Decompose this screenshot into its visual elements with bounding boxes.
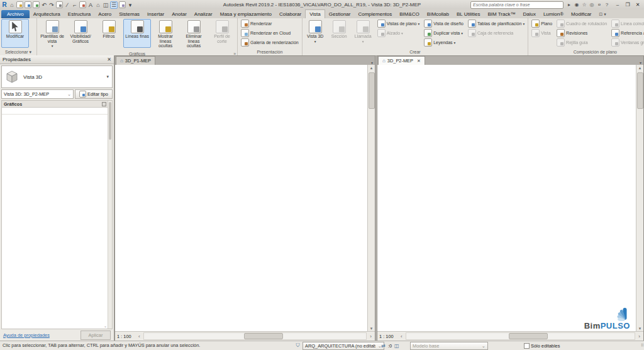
type-selector[interactable]: Vista 3D ▾ bbox=[1, 65, 113, 88]
visibilidad-gr-ficos-button[interactable]: Visibilidad/ Gráficos bbox=[67, 19, 94, 48]
plantillas-de-vista-button[interactable]: Plantillas de vista▾ bbox=[38, 19, 66, 50]
sign-in-icon[interactable]: ◎ bbox=[588, 2, 596, 8]
editable-only-checkbox[interactable] bbox=[524, 343, 530, 349]
close-hidden-windows-icon[interactable] bbox=[119, 1, 126, 8]
ribbon-tab-anotar[interactable]: Anotar bbox=[168, 10, 191, 18]
prop-section-gr-ficos[interactable]: Gráficos bbox=[2, 101, 108, 108]
design-option-dropdown[interactable]: Modelo base⌄ bbox=[410, 342, 488, 350]
renderizar-en-cloud-button[interactable]: Renderizar en Cloud bbox=[239, 28, 301, 38]
open-icon[interactable] bbox=[16, 1, 23, 8]
ribbon-tab-estructura[interactable]: Estructura bbox=[64, 10, 94, 18]
section-icon[interactable]: ◫ bbox=[103, 2, 109, 8]
editing-requests-icon[interactable]: ⇄ bbox=[380, 343, 387, 349]
scale-button[interactable]: 1 : 100 bbox=[379, 334, 398, 339]
favorites-icon[interactable]: ☆ bbox=[580, 2, 588, 8]
ribbon-tab-sistemas[interactable]: Sistemas bbox=[115, 10, 143, 18]
ribbon-tab-gestionar[interactable]: Gestionar bbox=[325, 10, 355, 18]
tablas-de-planificaci-n-button[interactable]: Tablas de planificación▾ bbox=[466, 19, 526, 28]
leyendas-button[interactable]: Leyendas▾ bbox=[422, 38, 465, 47]
home-icon[interactable]: ⌂ bbox=[9, 2, 15, 8]
galer-a-de-renderizaci-n-button[interactable]: Galería de renderización bbox=[239, 38, 301, 47]
print-icon[interactable] bbox=[56, 1, 63, 8]
worksets-icon[interactable]: ⛉ bbox=[294, 342, 301, 349]
text-icon[interactable]: A bbox=[87, 2, 94, 8]
ribbon-tab-acero[interactable]: Acero bbox=[94, 10, 115, 18]
ribbon-tab-archivo[interactable]: Archivo bbox=[1, 10, 30, 18]
collapse-icon[interactable]: ‹ bbox=[137, 334, 142, 339]
modify-panel-dropdown-icon[interactable]: ⊡ ▾ bbox=[596, 10, 610, 18]
eliminar-l-neas-ocultas-button[interactable]: Eliminar líneas ocultas bbox=[180, 19, 208, 50]
save-to-central-icon[interactable]: ◫ bbox=[393, 343, 400, 349]
vertical-scrollbar[interactable]: ▲▼ bbox=[367, 65, 375, 332]
default-3d-view-icon[interactable]: ⌂ bbox=[95, 2, 101, 8]
renderizar-button[interactable]: Renderizar bbox=[239, 19, 301, 28]
mostrar-l-neas-ocultas-button[interactable]: Mostrar líneas ocultas bbox=[152, 19, 179, 50]
scroll-right-icon[interactable]: › bbox=[369, 334, 373, 339]
duplicar-vista-button[interactable]: Duplicar vista▾ bbox=[422, 28, 465, 38]
search-toggle-icon[interactable]: ▸ bbox=[565, 2, 573, 8]
search-input[interactable] bbox=[470, 1, 564, 9]
edit-type-button[interactable]: Editar tipo bbox=[75, 89, 113, 99]
properties-scrollbar[interactable] bbox=[108, 101, 112, 329]
drawing-area[interactable] bbox=[115, 65, 368, 332]
app-store-icon[interactable]: ¤ bbox=[596, 2, 603, 8]
ribbon-tab-insertar[interactable]: Insertar bbox=[143, 10, 168, 18]
vista-de-dise-o-button[interactable]: Vista de diseño bbox=[422, 19, 465, 28]
scroll-down-icon[interactable]: ⌄ bbox=[104, 324, 107, 328]
ribbon-tab-masa-y-emplazamiento[interactable]: Masa y emplazamiento bbox=[216, 10, 275, 18]
plano-button[interactable]: Plano bbox=[530, 19, 554, 28]
sync-icon[interactable] bbox=[33, 1, 40, 8]
type-selector-dropdown-icon[interactable]: ▾ bbox=[106, 74, 109, 79]
redo-icon[interactable]: ↷ bbox=[48, 2, 55, 8]
close-properties-icon[interactable]: ✕ bbox=[107, 57, 111, 62]
aligned-dimension-icon[interactable]: ⌐ bbox=[72, 2, 78, 8]
ribbon-tab-arquitectura[interactable]: Arquitectura bbox=[30, 10, 64, 18]
ribbon-tab-modificar[interactable]: Modificar bbox=[567, 10, 595, 18]
ribbon-tab-bim-co[interactable]: BIM&CO bbox=[396, 10, 423, 18]
thin-lines-icon[interactable]: ☰ bbox=[110, 1, 118, 9]
drawing-area[interactable]: BimPULSO bbox=[377, 65, 636, 332]
scale-button[interactable]: 1 : 100 bbox=[117, 334, 136, 339]
ribbon-tab-lumion[interactable]: Lumion® bbox=[540, 10, 567, 18]
filtros-button[interactable]: Filtros bbox=[95, 19, 123, 48]
collapse-icon[interactable]: ‹ bbox=[399, 334, 404, 339]
close-view-icon[interactable]: ✕ bbox=[417, 59, 421, 64]
horizontal-scrollbar[interactable] bbox=[143, 332, 367, 340]
apply-button[interactable]: Aplicar bbox=[80, 330, 111, 340]
navigation-bar[interactable] bbox=[348, 113, 360, 149]
modificar-button[interactable]: Modificar bbox=[1, 19, 29, 48]
vertical-scrollbar[interactable]: ▲▼ bbox=[636, 65, 643, 332]
minimize-button[interactable]: – bbox=[613, 1, 623, 9]
horizontal-scrollbar[interactable] bbox=[406, 332, 636, 340]
ribbon-tab-vista[interactable]: Vista bbox=[305, 9, 325, 18]
active-workset-dropdown[interactable]: ARQ_ARQUITECTURA (no editable)⌄ bbox=[303, 342, 384, 350]
viewcube[interactable] bbox=[580, 70, 620, 109]
tag-icon[interactable] bbox=[79, 1, 86, 8]
view-tab-3d-p2-mep[interactable]: ⌂ 3D_P2-MEP ✕ bbox=[378, 56, 425, 65]
communication-center-icon[interactable]: ◉ bbox=[573, 2, 580, 8]
undo-icon[interactable]: ↶ bbox=[41, 2, 47, 8]
scroll-right-icon[interactable]: › bbox=[637, 334, 641, 339]
ribbon-tab-bimcollab[interactable]: BIMcollab bbox=[423, 10, 453, 18]
ribbon-tab-analizar[interactable]: Analizar bbox=[191, 10, 216, 18]
resize-grip[interactable]: ⠿ bbox=[641, 343, 643, 348]
vistas-de-plano-button[interactable]: Vistas de plano▾ bbox=[375, 19, 422, 28]
referencia-a-vista-button[interactable]: Referencia a vista bbox=[609, 28, 644, 38]
ribbon-tab-colaborar[interactable]: Colaborar bbox=[275, 10, 305, 18]
revit-logo-icon[interactable]: R bbox=[1, 2, 8, 8]
revisiones-button[interactable]: Revisiones bbox=[555, 28, 609, 38]
view-selector-dropdown[interactable]: Vista 3D: 3D_P2-MEP⌄ bbox=[1, 89, 74, 99]
properties-help-link[interactable]: Ayuda de propiedades bbox=[3, 332, 50, 338]
view-tab-3d-p1-mep[interactable]: ⌂ 3D_P1-MEP bbox=[116, 56, 155, 65]
l-neas-finas-button[interactable]: Líneas finas bbox=[123, 19, 151, 48]
measure-icon[interactable]: ∕ bbox=[64, 2, 70, 8]
ribbon-tab-dalux[interactable]: Dalux bbox=[519, 10, 539, 18]
tab-list-icon[interactable]: ▾ bbox=[638, 60, 643, 65]
ribbon-tab-complementos[interactable]: Complementos bbox=[354, 10, 396, 18]
maximize-button[interactable]: ❐ bbox=[623, 1, 633, 9]
switch-windows-icon[interactable]: ▾ bbox=[127, 2, 133, 8]
navigation-bar[interactable] bbox=[616, 113, 629, 149]
ribbon-tab-bl-utilities[interactable]: BL Utilities bbox=[453, 10, 484, 18]
help-icon[interactable]: ? bbox=[603, 2, 611, 8]
close-button[interactable]: ✕ bbox=[633, 1, 643, 9]
